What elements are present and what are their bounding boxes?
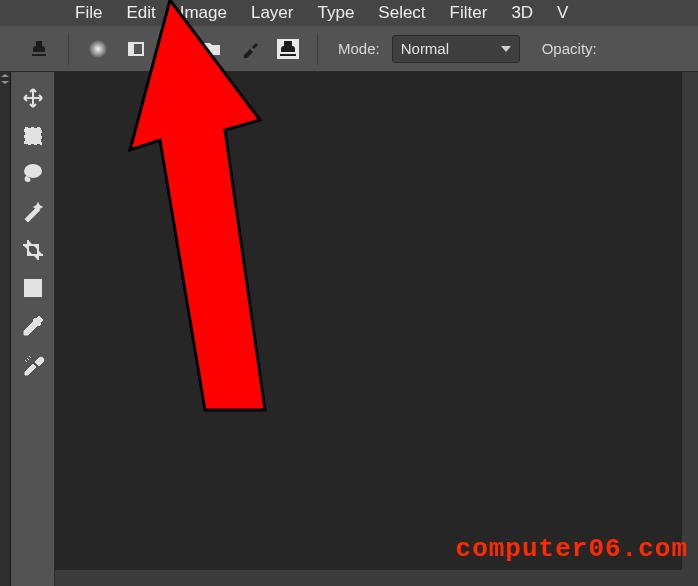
watermark-text: computer06.com <box>456 534 688 564</box>
menu-3d[interactable]: 3D <box>508 1 536 25</box>
mode-select-value: Normal <box>401 40 449 57</box>
move-tool-icon[interactable] <box>15 80 51 116</box>
canvas-area[interactable] <box>55 72 698 586</box>
frame-tool-icon[interactable] <box>15 270 51 306</box>
menu-bar: File Edit Image Layer Type Select Filter… <box>0 0 698 26</box>
mode-select[interactable]: Normal <box>392 35 520 63</box>
divider <box>68 33 69 65</box>
menu-image[interactable]: Image <box>177 1 230 25</box>
crop-tool-icon[interactable] <box>15 232 51 268</box>
svg-rect-2 <box>129 43 134 55</box>
folder-icon[interactable] <box>199 36 225 62</box>
stamp-icon[interactable] <box>26 36 52 62</box>
toggle-panel-icon[interactable] <box>123 36 149 62</box>
mode-label: Mode: <box>338 40 380 57</box>
opacity-label: Opacity: <box>542 40 597 57</box>
tools-panel <box>11 72 55 586</box>
divider <box>317 33 318 65</box>
eyedropper-tool-icon[interactable] <box>15 308 51 344</box>
panel-drag-handle[interactable] <box>0 72 11 586</box>
healing-brush-tool-icon[interactable] <box>15 346 51 382</box>
art-brush-icon[interactable] <box>237 36 263 62</box>
options-bar: Mode: Normal Opacity: <box>0 26 698 72</box>
menu-select[interactable]: Select <box>375 1 428 25</box>
vertical-scrollbar[interactable] <box>682 72 698 586</box>
pattern-stamp-icon[interactable] <box>275 36 301 62</box>
menu-file[interactable]: File <box>72 1 105 25</box>
svg-rect-4 <box>25 128 41 144</box>
menu-filter[interactable]: Filter <box>447 1 491 25</box>
menu-edit[interactable]: Edit <box>123 1 158 25</box>
svg-point-0 <box>89 40 107 58</box>
magic-wand-tool-icon[interactable] <box>15 194 51 230</box>
menu-view-partial[interactable]: V <box>554 1 571 25</box>
menu-type[interactable]: Type <box>314 1 357 25</box>
menu-layer[interactable]: Layer <box>248 1 297 25</box>
horizontal-scrollbar[interactable] <box>55 570 682 586</box>
rectangular-marquee-tool-icon[interactable] <box>15 118 51 154</box>
lasso-tool-icon[interactable] <box>15 156 51 192</box>
svg-point-5 <box>25 165 41 177</box>
chevron-down-icon <box>501 46 511 52</box>
workspace <box>0 72 698 586</box>
brush-preset-icon[interactable] <box>85 36 111 62</box>
brush-settings-icon[interactable] <box>161 36 187 62</box>
